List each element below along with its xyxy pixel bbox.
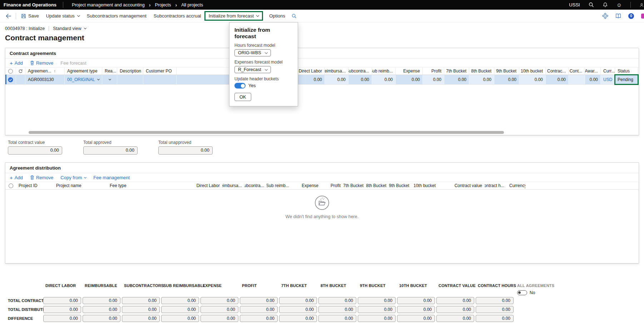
column-header-7th-bucket[interactable]: 7th Bucket [343, 182, 366, 189]
column-header-sub-reimb[interactable]: Sub reimb... [267, 182, 292, 189]
column-header-agreement-type[interactable]: Agreement type [65, 67, 102, 75]
cell-reason[interactable] [102, 75, 117, 84]
remove-button[interactable]: Remove [30, 60, 53, 66]
hours-forecast-model-select[interactable]: ORIG-WBS [234, 49, 271, 56]
column-header-reimbursa[interactable]: Reimbursa... [325, 67, 348, 75]
cell-agreement-number[interactable]: AGR0003130 [25, 75, 65, 84]
select-all-checkbox[interactable] [5, 67, 16, 75]
options-button[interactable]: Options [266, 13, 289, 19]
column-header-sub-reimb[interactable]: Sub reimb... [372, 67, 396, 75]
column-header-agreemen[interactable]: Agreemen...↑ [25, 67, 65, 75]
search-icon[interactable] [589, 2, 594, 7]
column-header-8th-bucket[interactable]: 8th Bucket [366, 182, 389, 189]
notifications-bell-icon[interactable] [603, 2, 608, 7]
column-header-contract-h[interactable]: Contract h... [485, 182, 507, 189]
cell-subcontractors[interactable]: 0.00 [348, 75, 372, 84]
breadcrumb-item-project-management-and-accounting[interactable]: Project management and accounting [72, 2, 145, 7]
column-header-contract-value[interactable]: Contract value [438, 182, 485, 189]
column-header-reimbursa[interactable]: Reimbursa... [222, 182, 244, 189]
column-header-curr[interactable]: Curr... [601, 67, 615, 75]
column-header-status[interactable]: Status [615, 67, 638, 75]
column-header-9th-bucket[interactable]: 9th Bucket [389, 182, 412, 189]
update-status-button[interactable]: Update status [43, 13, 83, 19]
column-header-rea[interactable]: Rea... [102, 67, 117, 75]
back-button[interactable] [3, 14, 14, 19]
cell-agreement-type[interactable]: 00_ORIGINAL [65, 75, 102, 84]
copy-from-button[interactable]: Copy from [60, 175, 86, 180]
company-label[interactable]: USSI [569, 2, 580, 7]
column-header-customer-po[interactable]: Customer PO [143, 67, 177, 75]
all-agreements-toggle[interactable] [517, 290, 527, 295]
cell-status[interactable]: Pending [615, 75, 638, 84]
cell-9th-bucket[interactable]: 0.00 [494, 75, 519, 84]
column-header-project-id[interactable]: Project ID [16, 182, 54, 189]
column-header-direct-labor[interactable]: Direct Labor [296, 67, 325, 75]
refresh-column-header[interactable] [16, 67, 25, 75]
message-counter-icon[interactable]: 0 [628, 13, 634, 19]
column-header-fee-type[interactable]: Fee type [107, 182, 193, 189]
column-header-contrac[interactable]: Contrac... [546, 67, 569, 75]
add-button[interactable]: +Add [10, 60, 23, 66]
fee-management-button[interactable]: Fee management [93, 175, 130, 180]
agreement-number-text: AGR0003130 [28, 77, 54, 82]
cell-refresh[interactable] [16, 75, 25, 84]
initialize-from-forecast-button[interactable]: Initialize from forecast [205, 12, 262, 20]
column-header-cont[interactable]: Cont... [569, 67, 585, 75]
breadcrumb-item-all-projects[interactable]: All projects [181, 2, 203, 7]
view-picker[interactable]: Standard view [53, 26, 86, 31]
cell-8th-bucket[interactable]: 0.00 [469, 75, 494, 84]
ok-button[interactable]: OK [234, 93, 251, 101]
column-header-10th-bucket[interactable]: 10th bucket [519, 67, 546, 75]
column-header-subcontra[interactable]: Subcontra... [348, 67, 372, 75]
column-header-8th-bucket[interactable]: 8th Bucket [469, 67, 494, 75]
column-header-direct-labor[interactable]: Direct Labor [193, 182, 222, 189]
agreement-type-link[interactable]: 00_ORIGINAL [67, 77, 95, 82]
column-header-project-name[interactable]: Project name [54, 182, 107, 189]
column-header-expense[interactable]: Expense [292, 182, 321, 189]
select-all-checkbox[interactable] [5, 182, 16, 189]
action-pane-search-icon[interactable] [289, 14, 299, 19]
cell-awarded[interactable]: 0.00 [585, 75, 601, 84]
expenses-forecast-model-select[interactable]: R_Forecast [234, 66, 271, 73]
cell-expense[interactable]: 0.00 [396, 75, 423, 84]
cell-10th-bucket[interactable]: 0.00 [519, 75, 546, 84]
cell-profit[interactable]: 0.00 [423, 75, 444, 84]
cell-7th-bucket[interactable]: 0.00 [444, 75, 469, 84]
remove-button[interactable]: Remove [30, 175, 53, 180]
column-header-currency[interactable]: Currency [507, 182, 525, 189]
add-button[interactable]: +Add [10, 175, 23, 180]
cell-contract-value[interactable]: 0.00 [546, 75, 569, 84]
app-name[interactable]: Finance and Operations [0, 2, 63, 7]
cell-contract-hours[interactable] [569, 75, 585, 84]
scrollbar-thumb[interactable] [29, 131, 504, 134]
breadcrumb-item-projects[interactable]: Projects [155, 2, 171, 7]
column-header-description[interactable]: Description [117, 67, 143, 75]
column-header-awar[interactable]: Awar... [585, 67, 601, 75]
column-header-9th-bucket[interactable]: 9th Bucket [494, 67, 519, 75]
fee-forecast-button[interactable]: Fee forecast [60, 60, 86, 66]
cell-currency[interactable]: USD [601, 75, 615, 84]
row-checkbox[interactable] [5, 75, 16, 84]
cell-description[interactable] [117, 75, 143, 84]
column-header-subcontra[interactable]: Subcontra... [244, 182, 267, 189]
column-header-profit[interactable]: Profit [321, 182, 343, 189]
guides-book-icon[interactable] [615, 13, 621, 19]
subcontractors-accrual-button[interactable]: Subcontractors accrual [150, 13, 202, 19]
currency-link[interactable]: USD [603, 77, 612, 82]
subcontractors-management-button[interactable]: Subcontractors management [83, 13, 150, 19]
update-header-buckets-toggle[interactable] [234, 83, 246, 89]
horizontal-scrollbar[interactable] [5, 130, 639, 135]
cell-reimbursable[interactable]: 0.00 [325, 75, 348, 84]
column-header-10th-bucket[interactable]: 10th bucket [412, 182, 438, 189]
cell-direct-labor[interactable]: 0.00 [296, 75, 325, 84]
column-header-expense[interactable]: Expense [396, 67, 423, 75]
save-button[interactable]: Save [18, 13, 43, 19]
column-header-profit[interactable]: Profit [423, 67, 444, 75]
account-person-icon[interactable] [639, 2, 644, 8]
contract-agreement-row[interactable]: AGR000313000_ORIGINAL10/29/20250.000.000… [5, 75, 639, 85]
cell-customer-po[interactable] [143, 75, 177, 84]
cell-sub-reimbursable[interactable]: 0.00 [372, 75, 396, 84]
column-header-7th-bucket[interactable]: 7th Bucket [444, 67, 469, 75]
feedback-smiley-icon[interactable]: ☺ [616, 2, 622, 7]
power-apps-diamond-icon[interactable] [602, 13, 608, 19]
